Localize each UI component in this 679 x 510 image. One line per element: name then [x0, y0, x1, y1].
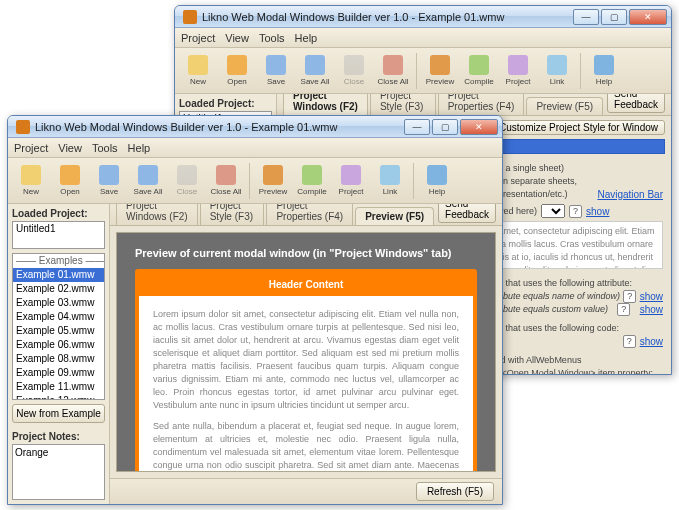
toolbar-open-button[interactable]: Open — [218, 51, 256, 91]
show-link[interactable]: show — [640, 290, 663, 303]
help-icon[interactable]: ? — [623, 290, 636, 303]
minimize-button[interactable]: — — [404, 119, 430, 135]
modal-preview: Header Content Lorem ipsum dolor sit ame… — [135, 269, 477, 472]
toolbar-save-all-button[interactable]: Save All — [296, 51, 334, 91]
show-link[interactable]: show — [586, 205, 609, 218]
close-all-icon — [216, 165, 236, 185]
menu-tools[interactable]: Tools — [259, 32, 285, 44]
toolbar-project-button[interactable]: Project — [332, 161, 370, 201]
tab-project-properties[interactable]: Project Properties (F4) — [438, 94, 525, 115]
dropdown[interactable] — [541, 204, 565, 218]
help-icon — [594, 55, 614, 75]
tab-bar: Project Windows (F2) Project Style (F3) … — [110, 204, 502, 226]
toolbar-close-all-button[interactable]: Close All — [207, 161, 245, 201]
tab-project-windows[interactable]: Project Windows (F2) — [116, 204, 198, 225]
menu-project[interactable]: Project — [14, 142, 48, 154]
project-notes-field[interactable]: Orange — [12, 444, 105, 500]
open-icon — [227, 55, 247, 75]
window-title: Likno Web Modal Windows Builder ver 1.0 … — [202, 11, 573, 23]
list-item[interactable]: Example 12.wmw — [13, 394, 104, 400]
list-separator: —— Examples —— — [13, 254, 104, 268]
preview-icon — [263, 165, 283, 185]
menu-help[interactable]: Help — [295, 32, 318, 44]
close-button[interactable]: ✕ — [629, 9, 667, 25]
maximize-button[interactable]: ▢ — [601, 9, 627, 25]
toolbar-save-button[interactable]: Save — [257, 51, 295, 91]
toolbar: NewOpenSaveSave AllCloseClose AllPreview… — [175, 48, 671, 94]
help-icon[interactable]: ? — [623, 335, 636, 348]
toolbar-preview-button[interactable]: Preview — [254, 161, 292, 201]
toolbar-link-button[interactable]: Link — [371, 161, 409, 201]
tab-project-windows[interactable]: Project Windows (F2) — [283, 94, 368, 115]
preview-area: Preview of current modal window (in "Pro… — [116, 232, 496, 472]
send-feedback-button[interactable]: Send Feedback — [607, 94, 665, 113]
preview-title: Preview of current modal window (in "Pro… — [135, 247, 477, 259]
help-icon[interactable]: ? — [617, 303, 630, 316]
tab-project-properties[interactable]: Project Properties (F4) — [266, 204, 353, 225]
preview-icon — [430, 55, 450, 75]
list-item[interactable]: Example 01.wmw — [13, 268, 104, 282]
list-item[interactable]: Example 06.wmw — [13, 338, 104, 352]
navigation-bar-link[interactable]: Navigation Bar — [597, 188, 663, 201]
toolbar-help-button[interactable]: Help — [418, 161, 456, 201]
toolbar-close-button: Close — [335, 51, 373, 91]
titlebar[interactable]: Likno Web Modal Windows Builder ver 1.0 … — [8, 116, 502, 138]
toolbar-new-button[interactable]: New — [12, 161, 50, 201]
toolbar-save-all-button[interactable]: Save All — [129, 161, 167, 201]
new-icon — [21, 165, 41, 185]
list-item[interactable]: Example 03.wmw — [13, 296, 104, 310]
sidebar: Loaded Project: Untitled1 —— Examples ——… — [8, 204, 110, 504]
minimize-button[interactable]: — — [573, 9, 599, 25]
toolbar-help-button[interactable]: Help — [585, 51, 623, 91]
customize-style-button[interactable]: Customize Project Style for Window — [492, 120, 665, 135]
save-all-icon — [138, 165, 158, 185]
modal-header: Header Content — [139, 273, 473, 296]
main-panel: Project Windows (F2) Project Style (F3) … — [110, 204, 502, 504]
list-item[interactable]: Example 08.wmw — [13, 352, 104, 366]
compile-icon — [302, 165, 322, 185]
open-icon — [60, 165, 80, 185]
bottom-bar: Refresh (F5) — [110, 478, 502, 504]
titlebar[interactable]: Likno Web Modal Windows Builder ver 1.0 … — [175, 6, 671, 28]
show-link[interactable]: show — [640, 303, 663, 316]
toolbar-project-button[interactable]: Project — [499, 51, 537, 91]
show-link[interactable]: show — [640, 335, 663, 348]
list-item[interactable]: Example 05.wmw — [13, 324, 104, 338]
menu-tools[interactable]: Tools — [92, 142, 118, 154]
help-icon[interactable]: ? — [569, 205, 582, 218]
send-feedback-button[interactable]: Send Feedback — [438, 204, 496, 223]
menu-view[interactable]: View — [225, 32, 249, 44]
examples-list[interactable]: —— Examples —— Example 01.wmwExample 02.… — [12, 253, 105, 400]
toolbar-new-button[interactable]: New — [179, 51, 217, 91]
toolbar-compile-button[interactable]: Compile — [293, 161, 331, 201]
loaded-project-list[interactable]: Untitled1 — [12, 221, 105, 249]
menubar: Project View Tools Help — [175, 28, 671, 48]
list-item[interactable]: Example 11.wmw — [13, 380, 104, 394]
toolbar-compile-button[interactable]: Compile — [460, 51, 498, 91]
save-icon — [99, 165, 119, 185]
new-from-example-button[interactable]: New from Example — [12, 404, 105, 423]
list-item[interactable]: Untitled1 — [13, 222, 104, 236]
toolbar-link-button[interactable]: Link — [538, 51, 576, 91]
list-item[interactable]: Example 04.wmw — [13, 310, 104, 324]
toolbar-open-button[interactable]: Open — [51, 161, 89, 201]
list-item[interactable]: Example 02.wmw — [13, 282, 104, 296]
menu-project[interactable]: Project — [181, 32, 215, 44]
toolbar-close-all-button[interactable]: Close All — [374, 51, 412, 91]
tab-project-style[interactable]: Project Style (F3) — [200, 204, 265, 225]
project-icon — [341, 165, 361, 185]
list-item[interactable]: Example 09.wmw — [13, 366, 104, 380]
link-icon — [380, 165, 400, 185]
menu-help[interactable]: Help — [128, 142, 151, 154]
close-button[interactable]: ✕ — [460, 119, 498, 135]
save-icon — [266, 55, 286, 75]
toolbar-save-button[interactable]: Save — [90, 161, 128, 201]
tab-preview[interactable]: Preview (F5) — [355, 207, 434, 225]
toolbar-preview-button[interactable]: Preview — [421, 51, 459, 91]
refresh-button[interactable]: Refresh (F5) — [416, 482, 494, 501]
help-icon — [427, 165, 447, 185]
menu-view[interactable]: View — [58, 142, 82, 154]
tab-preview[interactable]: Preview (F5) — [526, 97, 603, 115]
maximize-button[interactable]: ▢ — [432, 119, 458, 135]
tab-project-style[interactable]: Project Style (F3) — [370, 94, 436, 115]
